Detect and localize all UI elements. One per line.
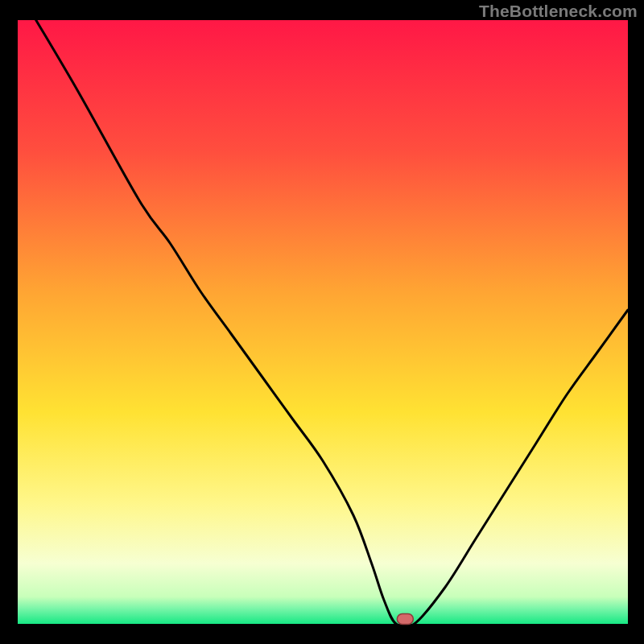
optimal-point-marker: [397, 614, 413, 625]
bottleneck-chart: [0, 0, 644, 644]
chart-frame: TheBottleneck.com: [0, 0, 644, 644]
watermark-text: TheBottleneck.com: [479, 2, 638, 21]
gradient-background: [18, 20, 628, 624]
